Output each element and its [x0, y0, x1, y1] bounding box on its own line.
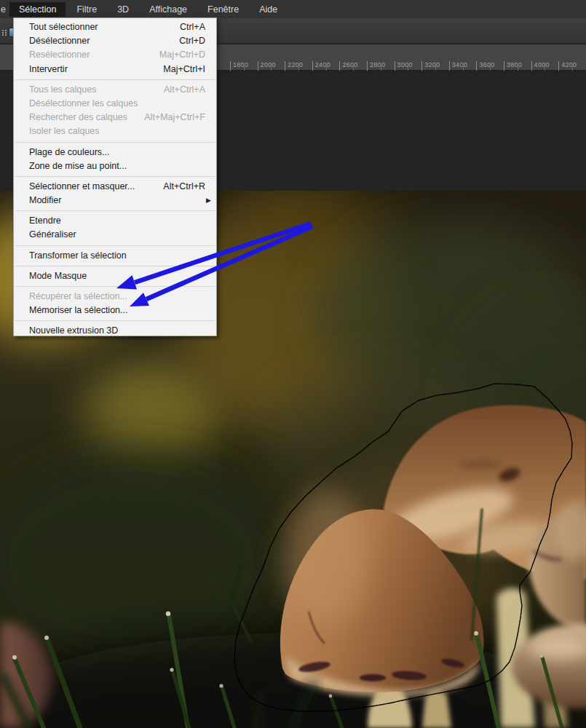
menu-item-label: Tous les calques: [29, 83, 164, 97]
ruler-tick: [312, 61, 313, 71]
menu-item-deselectionner-les-calques: Désélectionner les calques: [14, 97, 216, 111]
menu-item-isoler-les-calques: Isoler les calques: [14, 124, 216, 138]
menu-item-label: Désélectionner les calques: [29, 97, 205, 111]
menu-item-plage-de-couleurs[interactable]: Plage de couleurs...: [14, 146, 216, 159]
ruler-label: 2600: [342, 61, 357, 68]
ruler-tick: [258, 61, 258, 71]
tool-preset-grip-icon[interactable]: [1, 29, 7, 36]
menu-separator: [15, 176, 215, 177]
ruler-label: 3400: [452, 61, 467, 68]
menu-separator: [15, 286, 215, 287]
menu-item-zone-de-mise-au-point[interactable]: Zone de mise au point...: [14, 159, 216, 173]
menu-separator: [15, 245, 215, 246]
menu-item-shortcut: Maj+Ctrl+I: [163, 63, 205, 76]
menu-item-recuperer-la-selection: Récupérer la sélection...: [14, 290, 216, 304]
menu-item-label: Généraliser: [29, 228, 205, 242]
menubar-item-affichage[interactable]: Affichage: [140, 2, 197, 17]
ruler-tick: [531, 61, 532, 71]
menu-item-label: Modifier: [29, 194, 205, 207]
ruler-label: 2200: [288, 61, 303, 68]
menu-separator: [15, 79, 215, 80]
menu-item-shortcut: Maj+Ctrl+D: [159, 48, 205, 62]
menu-item-shortcut: Alt+Maj+Ctrl+F: [144, 111, 205, 124]
menubar-item-partial[interactable]: e: [0, 4, 9, 15]
ruler-label: 4000: [534, 61, 550, 68]
ruler-tick: [421, 61, 422, 71]
menu-item-transformer-la-selection[interactable]: Transformer la sélection: [14, 249, 216, 263]
menubar-item-selection[interactable]: Sélection: [9, 2, 66, 17]
menu-item-label: Désélectionner: [29, 34, 179, 48]
menu-item-tout-selectionner[interactable]: Tout sélectionnerCtrl+A: [14, 20, 216, 34]
menu-item-etendre[interactable]: Etendre: [14, 214, 216, 228]
menu-item-mode-masque[interactable]: Mode Masque: [14, 269, 216, 283]
menu-item-tous-les-calques: Tous les calquesAlt+Ctrl+A: [14, 83, 216, 97]
menu-item-label: Mémoriser la sélection...: [29, 304, 205, 317]
menu-separator: [15, 320, 215, 321]
menu-item-label: Resélectionner: [29, 48, 159, 62]
ruler-tick: [504, 61, 504, 71]
menubar-item-aide[interactable]: Aide: [250, 2, 287, 17]
menu-item-shortcut: Alt+Ctrl+R: [163, 180, 205, 194]
ruler-tick: [339, 61, 340, 71]
menu-item-label: Transformer la sélection: [29, 249, 205, 263]
menubar-items: SélectionFiltre3DAffichageFenêtreAide: [9, 4, 288, 15]
submenu-arrow-icon: ▶: [206, 194, 211, 207]
photoshop-window: e SélectionFiltre3DAffichageFenêtreAide …: [0, 0, 586, 728]
ruler-label: 3600: [479, 61, 494, 68]
menu-item-rechercher-des-calques: Rechercher des calquesAlt+Maj+Ctrl+F: [14, 111, 216, 124]
ruler-tick: [230, 61, 231, 71]
menubar-item-3d[interactable]: 3D: [108, 2, 138, 17]
menu-item-label: Plage de couleurs...: [29, 146, 205, 159]
menu-item-label: Sélectionner et masquer...: [29, 180, 163, 194]
ruler-label: 2800: [370, 61, 385, 68]
menu-item-shortcut: Ctrl+A: [180, 20, 205, 34]
ruler-label: 4200: [561, 61, 577, 68]
menu-item-intervertir[interactable]: IntervertirMaj+Ctrl+I: [14, 63, 216, 76]
menu-item-label: Nouvelle extrusion 3D: [29, 324, 205, 338]
ruler-label: 2400: [315, 61, 330, 68]
menu-item-generaliser[interactable]: Généraliser: [14, 228, 216, 242]
menubar-item-fenetre[interactable]: Fenêtre: [198, 2, 248, 17]
menu-item-label: Rechercher des calques: [29, 111, 144, 124]
menu-item-nouvelle-extrusion-3d[interactable]: Nouvelle extrusion 3D: [14, 324, 216, 338]
menubar-item-filtre[interactable]: Filtre: [67, 2, 106, 17]
ruler-label: 3200: [424, 61, 440, 68]
ruler-tick: [476, 61, 477, 71]
ruler-label: 1800: [233, 61, 248, 68]
menu-item-shortcut: Ctrl+D: [179, 34, 205, 48]
menu-item-modifier[interactable]: Modifier▶: [14, 194, 216, 207]
ruler-label: 3800: [507, 61, 522, 68]
menu-item-memoriser-la-selection[interactable]: Mémoriser la sélection...: [14, 304, 216, 317]
ruler-label: 2000: [261, 61, 276, 68]
menu-item-label: Isoler les calques: [29, 124, 205, 138]
menu-item-label: Mode Masque: [29, 269, 205, 283]
menu-item-shortcut: Alt+Ctrl+A: [164, 83, 205, 97]
menu-item-label: Zone de mise au point...: [29, 159, 205, 173]
ruler-tick: [558, 61, 559, 71]
menu-item-label: Intervertir: [29, 63, 163, 76]
ruler-tick: [285, 61, 285, 71]
menu-bar: e SélectionFiltre3DAffichageFenêtreAide: [0, 0, 586, 18]
menu-item-label: Etendre: [29, 214, 205, 228]
menu-item-label: Tout sélectionner: [29, 20, 180, 34]
ruler-tick: [395, 61, 395, 71]
selection-menu-panel: Tout sélectionnerCtrl+ADésélectionnerCtr…: [13, 17, 217, 336]
ruler-label: 3000: [397, 61, 413, 68]
menu-item-selectionner-et-masquer[interactable]: Sélectionner et masquer...Alt+Ctrl+R: [14, 180, 216, 194]
menu-item-label: Récupérer la sélection...: [29, 290, 205, 304]
menu-separator: [15, 266, 215, 266]
menu-separator: [15, 142, 215, 143]
ruler-tick: [367, 61, 368, 71]
ruler-tick: [449, 61, 450, 71]
menu-item-deselectionner[interactable]: DésélectionnerCtrl+D: [14, 34, 216, 48]
menu-separator: [15, 210, 215, 211]
menu-item-reselectionner: ResélectionnerMaj+Ctrl+D: [14, 48, 216, 62]
